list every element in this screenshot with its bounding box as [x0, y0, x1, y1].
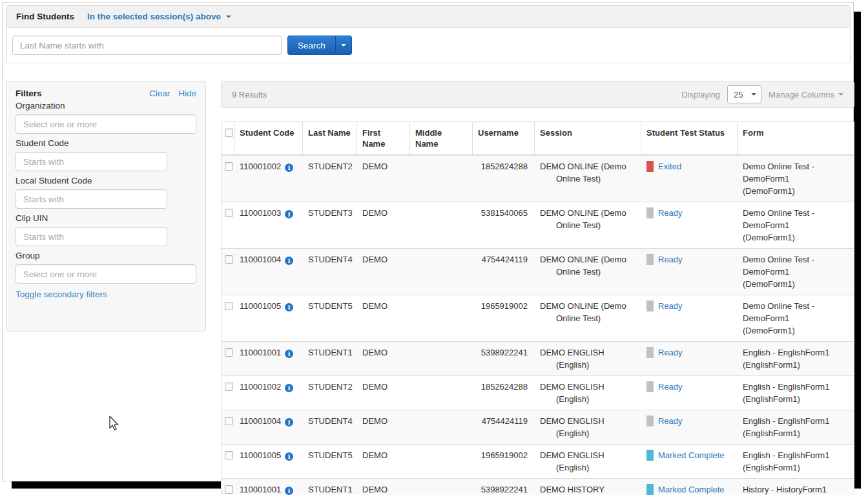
status-link[interactable]: Ready [658, 346, 683, 359]
row-select-cell [222, 202, 234, 248]
row-checkbox[interactable] [225, 451, 233, 459]
info-icon[interactable]: i [285, 384, 293, 392]
middle-name-cell [410, 295, 473, 341]
table-row: 110001004i STUDENT4 DEMO 4754424119 DEMO… [222, 410, 854, 445]
status-link[interactable]: Marked Complete [658, 449, 725, 461]
search-button[interactable]: Search [287, 36, 335, 55]
mouse-cursor [109, 416, 122, 433]
info-icon[interactable]: i [285, 452, 293, 461]
session-value: DEMO ENGLISH (English) [540, 381, 630, 405]
status-cell: Exited [641, 156, 738, 202]
row-checkbox[interactable] [225, 209, 233, 217]
results-bar: 9 Results Displaying 25 Manage Columns [221, 81, 854, 108]
search-scope-dropdown[interactable]: In the selected session(s) above [87, 12, 231, 21]
clip-uin-filter-input[interactable] [16, 227, 167, 246]
last-name-cell: STUDENT2 [303, 376, 357, 410]
first-name-cell: DEMO [357, 479, 410, 495]
form-cell: English - EnglishForm1 (EnglishForm1) [738, 445, 854, 478]
first-name-cell: DEMO [357, 156, 410, 202]
local-student-code-filter-input[interactable] [16, 189, 167, 209]
filters-hide-link[interactable]: Hide [178, 89, 196, 98]
first-name-cell: DEMO [357, 410, 410, 444]
row-checkbox[interactable] [225, 417, 233, 425]
row-checkbox[interactable] [225, 348, 233, 357]
status-link[interactable]: Ready [658, 381, 683, 393]
group-filter-input[interactable] [16, 264, 196, 284]
table-row: 110001002i STUDENT2 DEMO 1852624288 DEMO… [222, 376, 854, 410]
column-header-session: Session [535, 122, 641, 154]
status-link[interactable]: Marked Complete [658, 483, 725, 495]
form-cell: Demo Online Test - DemoForm1 (DemoForm1) [738, 249, 854, 295]
student-code-cell: 110001002i [234, 376, 303, 410]
app-window: Find Students In the selected session(s)… [2, 2, 854, 481]
info-icon[interactable]: i [285, 350, 293, 358]
organization-filter-input[interactable] [16, 114, 196, 134]
info-icon[interactable]: i [285, 163, 293, 172]
first-name-cell: DEMO [357, 376, 410, 410]
find-students-panel: Find Students In the selected session(s)… [6, 5, 851, 63]
last-name-cell: STUDENT1 [303, 479, 357, 495]
student-code-cell: 110001001i [234, 342, 303, 375]
status-square [646, 254, 654, 265]
search-scope-label: In the selected session(s) above [87, 12, 221, 21]
find-students-body: Search [6, 28, 850, 63]
session-cell: DEMO ONLINE (Demo Online Test) [535, 202, 641, 248]
student-code-cell: 110001005i [234, 295, 303, 341]
last-name-search-input[interactable] [12, 36, 282, 55]
session-value: DEMO ENGLISH (English) [540, 415, 630, 439]
page-size-value: 25 [734, 90, 743, 100]
status-link[interactable]: Ready [658, 415, 683, 427]
filters-clear-link[interactable]: Clear [149, 89, 170, 98]
info-icon[interactable]: i [285, 418, 293, 427]
page-size-select[interactable]: 25 [727, 85, 761, 103]
row-checkbox[interactable] [225, 485, 233, 494]
username-cell: 1852624288 [473, 376, 535, 410]
row-checkbox[interactable] [225, 255, 233, 264]
username-cell: 1965919002 [473, 295, 535, 341]
panel-title: Find Students [16, 12, 74, 21]
row-checkbox[interactable] [225, 383, 233, 391]
chevron-down-icon [341, 44, 346, 47]
table-body: 110001002i STUDENT2 DEMO 1852624288 DEMO… [222, 156, 854, 495]
status-square [646, 416, 654, 427]
select-all-checkbox[interactable] [225, 129, 233, 137]
row-checkbox[interactable] [225, 302, 233, 310]
column-header-username: Username [473, 122, 535, 154]
form-cell: Demo Online Test - DemoForm1 (DemoForm1) [738, 202, 854, 248]
status-link[interactable]: Ready [658, 253, 683, 266]
chevron-down-icon [752, 93, 756, 96]
info-icon[interactable]: i [285, 487, 293, 495]
form-cell: English - EnglishForm1 (EnglishForm1) [738, 410, 854, 444]
info-icon[interactable]: i [285, 303, 293, 311]
student-code-filter-input[interactable] [16, 152, 167, 171]
last-name-cell: STUDENT1 [303, 342, 357, 375]
status-square [646, 207, 654, 218]
session-value: DEMO ONLINE (Demo Online Test) [540, 160, 630, 185]
filter-label-group: Group [16, 251, 196, 260]
column-header-form: Form [738, 122, 854, 154]
form-cell: Demo Online Test - DemoForm1 (DemoForm1) [738, 156, 854, 202]
toggle-secondary-filters-link[interactable]: Toggle secondary filters [16, 290, 107, 299]
status-link[interactable]: Ready [658, 300, 683, 312]
manage-columns-dropdown[interactable]: Manage Columns [769, 90, 843, 100]
student-code-cell: 110001002i [234, 156, 303, 202]
student-code-cell: 110001004i [234, 410, 303, 444]
row-checkbox[interactable] [225, 162, 233, 171]
form-cell: History - HistoryForm1 (HistoryForm1) [738, 479, 854, 495]
session-cell: DEMO ENGLISH (English) [535, 376, 641, 410]
search-options-caret-button[interactable] [335, 36, 352, 55]
middle-name-cell [410, 342, 473, 375]
filters-header: Filters Clear Hide [16, 89, 196, 98]
session-cell: DEMO ENGLISH (English) [535, 410, 641, 444]
status-link[interactable]: Exited [658, 160, 681, 173]
middle-name-cell [410, 249, 473, 295]
row-select-cell [222, 410, 234, 444]
student-code-value: 110001005 [240, 301, 281, 311]
table-row: 110001001i STUDENT1 DEMO 5398922241 DEMO… [222, 342, 854, 376]
info-icon[interactable]: i [285, 210, 293, 218]
table-row: 110001004i STUDENT4 DEMO 4754424119 DEMO… [222, 249, 854, 295]
student-code-cell: 110001001i [234, 479, 303, 495]
status-link[interactable]: Ready [658, 207, 683, 219]
chevron-down-icon [226, 16, 231, 18]
info-icon[interactable]: i [285, 257, 293, 265]
